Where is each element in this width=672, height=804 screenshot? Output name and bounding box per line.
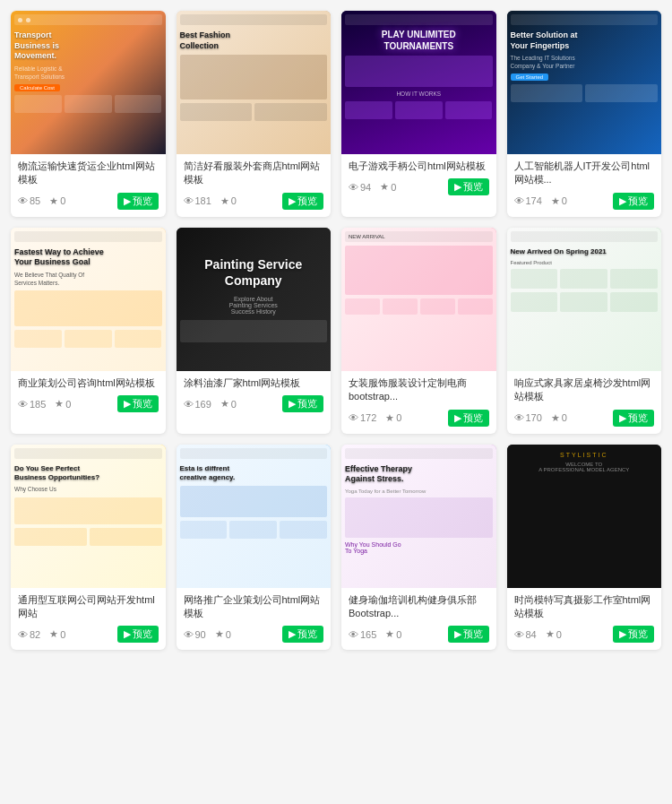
meta-stats: 👁 181 ★ 0 [184,195,237,207]
view-count: 👁 84 [514,628,537,640]
preview-button[interactable]: ▶ 预览 [282,626,323,643]
star-count: ★ 0 [551,412,567,424]
view-number: 181 [195,195,211,206]
view-number: 90 [195,629,206,640]
preview-button[interactable]: ▶ 预览 [613,626,654,643]
thumb-content: Fastest Way to AchieveYour Business Goal… [11,228,166,371]
card-info: 女装服饰服装设计定制电商bootstrap... 👁 172 ★ 0 ▶ 预览 [341,371,496,434]
view-number: 174 [526,195,542,206]
card-title: 人工智能机器人IT开发公司html网站模... [514,160,655,187]
star-count: ★ 0 [49,628,65,640]
eye-icon: 👁 [184,629,194,640]
thumb-content: Better Solution atYour Fingertips The Le… [507,11,662,154]
card-thumbnail: TransportBusiness isMovement. Reliable L… [11,11,166,154]
play-icon: ▶ [454,628,461,640]
star-icon: ★ [380,181,389,193]
card-thumbnail: STYLISTIC WELCOME TOA PROFESSIONAL MODEL… [507,445,662,588]
template-card-6[interactable]: Painting ServiceCompany Explore AboutPai… [177,228,332,434]
template-card-4[interactable]: Better Solution atYour Fingertips The Le… [507,11,662,217]
template-card-5[interactable]: Fastest Way to AchieveYour Business Goal… [11,228,166,434]
preview-button[interactable]: ▶ 预览 [117,626,159,643]
card-info: 涂料油漆厂家html网站模板 👁 169 ★ 0 ▶ 预览 [177,371,332,419]
star-count: ★ 0 [55,398,71,410]
card-meta: 👁 170 ★ 0 ▶ 预览 [514,410,655,427]
preview-label: 预览 [463,180,483,194]
star-number: 0 [65,399,71,410]
view-count: 👁 181 [184,195,211,207]
preview-button[interactable]: ▶ 预览 [448,410,489,427]
preview-label: 预览 [133,195,152,208]
star-number: 0 [231,399,237,410]
star-number: 0 [562,412,567,423]
card-info: 商业策划公司咨询html网站模板 👁 185 ★ 0 ▶ 预览 [11,371,166,419]
star-number: 0 [562,195,567,206]
card-thumbnail: NEW ARRIVAL [341,228,496,371]
star-number: 0 [60,629,65,640]
template-card-2[interactable]: Best FashionCollection 简洁好看服装外套商店html网站模… [177,11,332,217]
preview-button[interactable]: ▶ 预览 [282,395,323,412]
star-number: 0 [60,195,65,206]
card-meta: 👁 185 ★ 0 ▶ 预览 [18,395,159,412]
view-count: 👁 94 [349,181,371,193]
eye-icon: 👁 [349,182,358,193]
thumb-content: Do You See PerfectBusiness Opportunities… [11,445,166,588]
view-count: 👁 82 [18,628,40,640]
template-card-11[interactable]: Effective TherapyAgainst Stress. Yoga To… [341,445,496,651]
star-count: ★ 0 [380,181,396,193]
view-number: 94 [360,182,371,193]
card-meta: 👁 90 ★ 0 ▶ 预览 [184,626,324,643]
star-icon: ★ [220,398,229,410]
preview-label: 预览 [628,411,648,425]
eye-icon: 👁 [514,412,524,423]
thumb-content: Best FashionCollection [177,11,332,154]
card-title: 电子游戏手柄公司html网站模板 [349,160,489,173]
template-card-8[interactable]: New Arrived On Spring 2021 Featured Prod… [507,228,662,434]
thumb-content: PLAY UNLIMITEDTOURNAMENTS HOW IT WORKS [341,11,496,154]
play-icon: ▶ [619,628,626,640]
preview-button[interactable]: ▶ 预览 [117,193,159,210]
eye-icon: 👁 [18,195,28,206]
preview-button[interactable]: ▶ 预览 [613,193,654,210]
play-icon: ▶ [289,628,296,640]
template-grid: TransportBusiness isMovement. Reliable L… [0,0,672,661]
thumb-content: NEW ARRIVAL [341,228,496,371]
card-meta: 👁 94 ★ 0 ▶ 预览 [349,178,489,195]
card-info: 响应式家具家居桌椅沙发html网站模板 👁 170 ★ 0 ▶ 预览 [507,371,662,434]
card-meta: 👁 172 ★ 0 ▶ 预览 [349,410,489,427]
template-card-7[interactable]: NEW ARRIVAL 女装服饰服装设计定制电商bootstrap... 👁 1… [341,228,496,434]
thumb-content: New Arrived On Spring 2021 Featured Prod… [507,228,662,371]
template-card-9[interactable]: Do You See PerfectBusiness Opportunities… [11,445,166,651]
eye-icon: 👁 [184,399,194,410]
star-icon: ★ [385,628,394,640]
star-count: ★ 0 [49,195,65,207]
play-icon: ▶ [454,181,461,193]
preview-button[interactable]: ▶ 预览 [282,193,323,210]
thumb-content: Esta is diffrentcreative agency. [177,445,332,588]
eye-icon: 👁 [184,195,194,206]
preview-button[interactable]: ▶ 预览 [448,178,489,195]
template-card-12[interactable]: STYLISTIC WELCOME TOA PROFESSIONAL MODEL… [507,445,662,651]
card-thumbnail: Fastest Way to AchieveYour Business Goal… [11,228,166,371]
card-info: 健身瑜伽培训机构健身俱乐部Bootstrap... 👁 165 ★ 0 ▶ 预览 [341,588,496,651]
template-card-3[interactable]: PLAY UNLIMITEDTOURNAMENTS HOW IT WORKS 电… [341,11,496,217]
card-title: 涂料油漆厂家html网站模板 [184,376,324,390]
preview-label: 预览 [133,627,152,641]
template-card-10[interactable]: Esta is diffrentcreative agency. 网络推广企业策… [177,445,332,651]
preview-button[interactable]: ▶ 预览 [117,395,159,412]
preview-button[interactable]: ▶ 预览 [613,410,654,427]
card-title: 女装服饰服装设计定制电商bootstrap... [349,376,489,404]
template-card-1[interactable]: TransportBusiness isMovement. Reliable L… [11,11,166,217]
preview-button[interactable]: ▶ 预览 [448,626,489,643]
card-title: 简洁好看服装外套商店html网站模板 [184,160,324,187]
meta-stats: 👁 85 ★ 0 [18,195,65,207]
card-info: 通用型互联网公司网站开发html网站 👁 82 ★ 0 ▶ 预览 [11,588,166,651]
view-count: 👁 172 [349,412,376,424]
view-number: 169 [195,399,211,410]
card-meta: 👁 82 ★ 0 ▶ 预览 [18,626,159,643]
thumb-content: STYLISTIC WELCOME TOA PROFESSIONAL MODEL… [507,445,662,588]
play-icon: ▶ [289,398,296,410]
view-count: 👁 169 [184,398,211,410]
eye-icon: 👁 [514,195,524,206]
star-number: 0 [231,195,237,206]
star-icon: ★ [55,398,64,410]
